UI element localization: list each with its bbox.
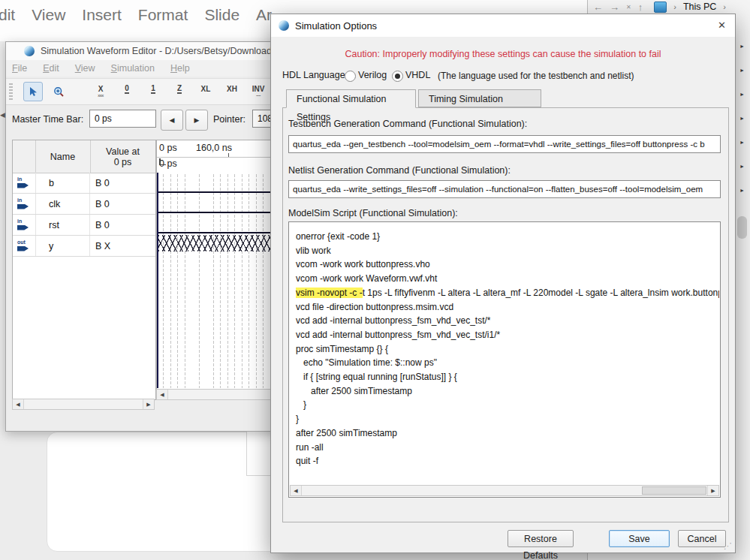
scroll-left-icon[interactable]: ◀ bbox=[157, 390, 168, 399]
vhdl-radio-label[interactable]: VHDL bbox=[405, 70, 430, 80]
app-menu-item[interactable]: Slide bbox=[204, 6, 239, 24]
scrollbar-thumb[interactable] bbox=[737, 216, 747, 239]
restore-defaults-button[interactable]: Restore Defaults bbox=[508, 530, 574, 547]
cancel-button[interactable]: Cancel bbox=[678, 530, 726, 547]
tree-expander-icon[interactable]: ► bbox=[739, 116, 745, 121]
signal-row[interactable]: in clk B 0 bbox=[13, 194, 155, 215]
pointer-label: Pointer: bbox=[213, 114, 245, 125]
cursor-arrow-icon bbox=[28, 86, 38, 97]
app-menu-item[interactable]: Ar bbox=[256, 6, 272, 24]
force-weak-low-button[interactable]: XL bbox=[196, 82, 215, 101]
menu-item[interactable]: Edit bbox=[43, 63, 59, 74]
tree-expander-icon[interactable]: ► bbox=[739, 68, 745, 73]
vhdl-radio[interactable] bbox=[392, 71, 403, 82]
cancel-icon[interactable]: ✕ bbox=[626, 2, 631, 12]
force-unknown-button[interactable]: X xxx bbox=[91, 82, 110, 101]
resize-grip-icon[interactable]: ⋰ bbox=[724, 541, 732, 551]
zoom-tool-button[interactable] bbox=[49, 82, 68, 101]
script-line: quit -f bbox=[296, 454, 719, 468]
table-scrollbar[interactable]: ◀ ▶ bbox=[12, 399, 155, 410]
toolbar-grip[interactable] bbox=[9, 83, 13, 100]
dialog-title-bar[interactable]: Simulation Options bbox=[271, 14, 735, 37]
step-right-button[interactable]: ▶ bbox=[185, 110, 208, 131]
tab-timing-simulation-settings[interactable]: Timing Simulation Settings bbox=[418, 89, 541, 107]
tab-functional-simulation-settings[interactable]: Functional Simulation Settings bbox=[286, 89, 416, 108]
verilog-radio-label[interactable]: Verilog bbox=[358, 70, 387, 80]
tree-expander-icon[interactable]: ► bbox=[739, 188, 745, 193]
script-line: after 2500 simTimestamp bbox=[296, 384, 719, 399]
timeline-start-label: 0 ps bbox=[159, 143, 177, 153]
window-title: Simulation Waveform Editor - D:/Users/Be… bbox=[41, 46, 298, 56]
signal-value: B 0 bbox=[90, 173, 155, 193]
signal-value: B X bbox=[90, 236, 155, 256]
script-line: vsim -novopt -c -t 1ps -L fiftyfivenm -L… bbox=[296, 286, 719, 300]
tree-expander-icon[interactable]: ► bbox=[739, 164, 745, 169]
app-menu-item[interactable]: Format bbox=[138, 6, 188, 24]
timeline-tick-label: 160,0 ns bbox=[196, 143, 232, 153]
close-icon[interactable]: ✕ bbox=[718, 20, 726, 31]
signal-row[interactable]: in rst B 0 bbox=[13, 215, 155, 236]
up-icon[interactable]: ↑ bbox=[638, 2, 643, 12]
magnifier-icon bbox=[53, 86, 65, 98]
port-direction-icon: in bbox=[17, 198, 32, 210]
forward-icon[interactable]: → bbox=[610, 2, 619, 12]
save-button[interactable]: Save bbox=[609, 530, 670, 547]
app-menu-item[interactable]: dit bbox=[0, 6, 15, 24]
signal-row[interactable]: out y B X bbox=[13, 236, 155, 257]
time-bar-handle-icon[interactable] bbox=[159, 158, 166, 165]
script-line: if { [string equal running [runStatus]] … bbox=[296, 370, 719, 384]
testbench-command-input[interactable]: quartus_eda --gen_testbench --tool=model… bbox=[288, 135, 721, 153]
master-time-bar-label: Master Time Bar: bbox=[12, 114, 83, 125]
background-panel-fragment bbox=[246, 432, 271, 476]
master-time-bar-input[interactable]: 0 ps bbox=[89, 110, 156, 128]
script-line: after 2500 simTimestamp bbox=[296, 426, 719, 441]
selection-tool-button[interactable] bbox=[23, 82, 43, 101]
force-low-button[interactable]: 0 bbox=[117, 82, 137, 101]
back-icon[interactable]: ← bbox=[593, 2, 603, 12]
scroll-right-icon[interactable]: ▶ bbox=[707, 486, 718, 495]
script-line: echo "Simulation time: $::now ps" bbox=[296, 356, 719, 370]
script-line: } bbox=[296, 412, 719, 426]
signal-row[interactable]: in b B 0 bbox=[13, 173, 155, 194]
netlist-command-input[interactable]: quartus_eda --write_settings_files=off -… bbox=[288, 180, 721, 198]
signal-name: clk bbox=[35, 194, 90, 214]
app-menu-item[interactable]: View bbox=[32, 6, 65, 24]
step-left-button[interactable]: ◀ bbox=[161, 110, 183, 131]
time-cursor[interactable] bbox=[157, 173, 158, 388]
tree-expander-icon[interactable]: ► bbox=[739, 44, 745, 49]
script-scrollbar[interactable]: ◀ ▶ bbox=[290, 485, 719, 496]
signal-value: B 0 bbox=[90, 194, 155, 214]
scroll-right-icon[interactable]: ▶ bbox=[143, 399, 154, 409]
breadcrumb-separator-icon: › bbox=[723, 2, 726, 11]
force-high-impedance-button[interactable]: Z bbox=[170, 82, 189, 101]
menu-item[interactable]: Simulation bbox=[111, 63, 155, 74]
force-high-button[interactable]: 1 bbox=[143, 82, 163, 101]
verilog-radio[interactable] bbox=[345, 71, 356, 82]
simulation-options-dialog: Simulation Options ✕ Caution: Improperly… bbox=[270, 14, 736, 553]
script-line: vcd add -internal buttonpress_fsm_vhd_ve… bbox=[296, 328, 719, 342]
force-weak-high-button[interactable]: XH bbox=[222, 82, 242, 101]
scrollbar-thumb[interactable] bbox=[642, 486, 706, 495]
quartus-icon bbox=[24, 46, 35, 56]
signal-name: y bbox=[35, 236, 90, 256]
menu-item[interactable]: View bbox=[75, 63, 95, 74]
tree-expander-icon[interactable]: ► bbox=[739, 92, 745, 97]
script-line: onerror {exit -code 1} bbox=[296, 230, 719, 244]
port-direction-icon: in bbox=[17, 219, 32, 231]
invert-button[interactable]: INV ~~ bbox=[248, 82, 268, 101]
menu-item[interactable]: File bbox=[12, 63, 27, 74]
script-line: run -all bbox=[296, 441, 719, 455]
selector-column-header bbox=[13, 140, 36, 173]
menu-item[interactable]: Help bbox=[170, 63, 190, 74]
modelsim-script-label: ModelSim Script (Functional Simulation): bbox=[288, 208, 458, 218]
script-line: vcd file -direction buttonpress.msim.vcd bbox=[296, 300, 719, 315]
script-line: vcom -work work Waveform.vwf.vht bbox=[296, 272, 719, 286]
script-line: } bbox=[296, 398, 719, 412]
breadcrumb[interactable]: This PC bbox=[683, 2, 716, 12]
scroll-left-icon[interactable]: ◀ bbox=[13, 399, 24, 409]
scroll-left-icon[interactable]: ◀ bbox=[291, 486, 302, 495]
modelsim-script-editor[interactable]: onerror {exit -code 1}vlib workvcom -wor… bbox=[288, 221, 721, 498]
tree-expander-icon[interactable]: ► bbox=[739, 140, 745, 145]
app-menu-item[interactable]: Insert bbox=[82, 6, 122, 24]
signal-name: b bbox=[35, 173, 90, 193]
